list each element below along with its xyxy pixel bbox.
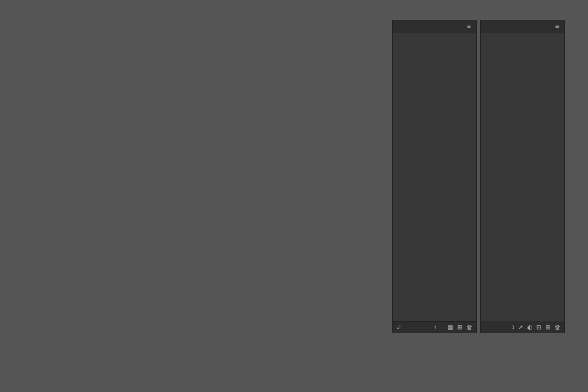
mask-icon[interactable]: ◐ (527, 324, 532, 331)
new-sublayer-icon[interactable]: ⊡ (536, 324, 542, 331)
export-icon[interactable]: ↗ (518, 324, 523, 331)
delete-layer-icon[interactable]: 🗑 (555, 324, 561, 331)
artboards-panel: ≡ ⤢ ↑ ↓ ▦ ⊞ 🗑 (392, 20, 477, 333)
new-artboard-icon[interactable]: ▦ (448, 324, 453, 331)
panel-menu-icon[interactable]: ≡ (555, 23, 559, 30)
delete-icon[interactable]: 🗑 (466, 324, 472, 331)
layers-panel: ≡ ⟟ ↗ ◐ ⊡ ⊞ 🗑 (480, 20, 565, 333)
artboards-panel-footer: ⤢ ↑ ↓ ▦ ⊞ 🗑 (393, 321, 476, 333)
expand-icon[interactable]: ⤢ (397, 324, 402, 331)
layers-panel-body[interactable] (481, 33, 564, 321)
artboards-panel-tab[interactable]: ≡ (393, 20, 476, 33)
move-up-icon[interactable]: ↑ (434, 324, 437, 331)
locate-icon[interactable]: ⟟ (512, 323, 514, 331)
layers-panel-footer: ⟟ ↗ ◐ ⊡ ⊞ 🗑 (481, 321, 564, 333)
panel-menu-icon[interactable]: ≡ (467, 23, 471, 30)
add-icon[interactable]: ⊞ (457, 324, 463, 331)
artboards-panel-body[interactable] (393, 33, 476, 321)
move-down-icon[interactable]: ↓ (441, 324, 444, 331)
new-layer-icon[interactable]: ⊞ (546, 324, 551, 331)
layers-panel-tab[interactable]: ≡ (481, 20, 564, 33)
